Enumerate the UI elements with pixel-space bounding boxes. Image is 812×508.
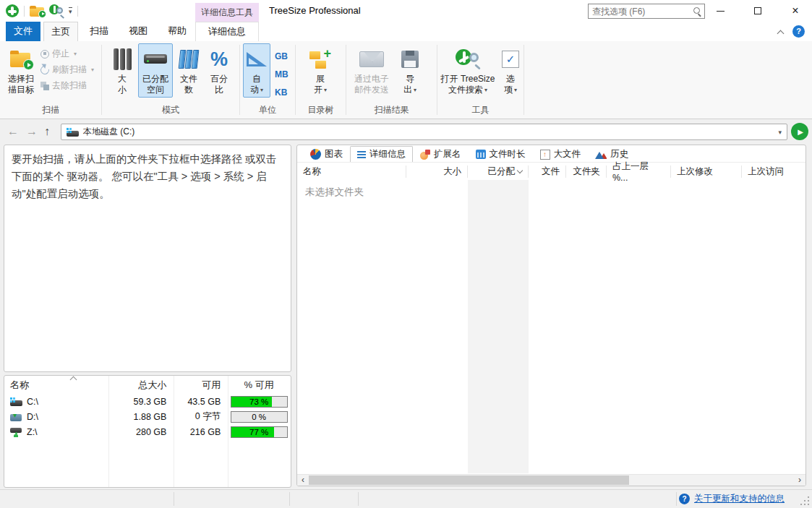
drive-name: C:\ <box>27 397 38 407</box>
customize-toolbar-caret-icon[interactable]: ▾ <box>69 7 72 15</box>
stop-button[interactable]: 停止 ▾ <box>40 47 77 61</box>
col-header-allocated[interactable]: 已分配 <box>468 165 528 178</box>
tab-large-files-label: 大文件 <box>554 148 581 160</box>
size-bars-icon <box>114 48 132 70</box>
scrollbar-thumb[interactable] <box>309 475 629 485</box>
free-space-bar: 77 % <box>231 426 288 438</box>
divider <box>24 6 25 17</box>
app-logo-icon[interactable] <box>6 4 19 17</box>
tab-scan[interactable]: 扫描 <box>81 22 117 41</box>
minimize-button[interactable] <box>709 0 731 22</box>
refresh-scan-button[interactable]: 刷新扫描 ▾ <box>40 63 94 77</box>
floppy-disk-icon <box>401 51 419 68</box>
drive-header-total[interactable]: 总大小 <box>108 379 174 392</box>
col-header-last-accessed[interactable]: 上次访问 <box>742 165 805 178</box>
export-button[interactable]: 导 出▾ <box>397 43 423 98</box>
col-header-folders[interactable]: 文件夹 <box>566 165 606 178</box>
back-button[interactable]: ← <box>7 123 19 140</box>
col-header-name[interactable]: 名称 <box>297 165 406 178</box>
mode-allocated-button[interactable]: 已分配 空间 <box>138 43 173 98</box>
tab-chart[interactable]: 图表 <box>303 146 350 162</box>
remove-scan-icon <box>40 82 49 90</box>
forward-button[interactable]: → <box>26 123 38 140</box>
unit-gb-button[interactable]: GB <box>275 48 289 66</box>
remove-scan-label: 去除扫描 <box>52 79 87 92</box>
tab-extensions[interactable]: 扩展名 <box>413 146 469 162</box>
caret-down-icon: ▾ <box>260 87 263 93</box>
group-label-unit: 单位 <box>240 104 295 116</box>
files-stack-icon <box>179 50 199 69</box>
unit-mb-button[interactable]: MB <box>275 66 289 84</box>
tab-view[interactable]: 视图 <box>120 22 156 41</box>
unit-auto-label: 自 动▾ <box>250 74 263 95</box>
scroll-left-button[interactable]: ‹ <box>297 475 309 486</box>
col-header-percent-of-parent[interactable]: 占上一层 %... <box>607 160 670 183</box>
extension-icon <box>420 150 430 160</box>
scroll-right-button[interactable]: › <box>794 475 805 486</box>
refresh-icon <box>39 64 51 76</box>
search-tool-icon <box>456 49 480 69</box>
select-scan-target-icon[interactable] <box>30 6 44 17</box>
drive-row-c[interactable]: C:\ 59.3 GB 43.5 GB 73 % <box>4 394 291 409</box>
hard-drive-icon <box>144 53 167 66</box>
tab-file[interactable]: 文件 <box>6 22 40 41</box>
drive-row-z[interactable]: Z:\ 280 GB 216 GB 77 % <box>4 424 291 439</box>
up-button[interactable]: ↑ <box>44 123 50 140</box>
col-header-files[interactable]: 文件 <box>529 165 565 178</box>
col-header-last-modified[interactable]: 上次修改 <box>671 165 741 178</box>
welcome-message-panel: 要开始扫描，请从上面的文件夹下拉框中选择路径 或双击下面的某个 驱动器。 您可以… <box>4 145 291 372</box>
drive-header-free[interactable]: 可用 <box>173 379 227 392</box>
maximize-button[interactable] <box>747 0 769 22</box>
col-header-size[interactable]: 大小 <box>406 165 467 178</box>
horizontal-scrollbar[interactable]: ‹ › <box>297 474 805 486</box>
search-icon <box>693 7 701 15</box>
tab-details[interactable]: 详细信息 <box>195 22 259 41</box>
export-label: 导 出▾ <box>403 74 416 95</box>
open-treesize-file-search-button[interactable]: 打开 TreeSize 文件搜索▾ <box>437 43 498 98</box>
path-combobox[interactable]: 本地磁盘 (C:) ▾ <box>61 124 787 140</box>
drive-list-header: 名称 总大小 可用 % 可用 <box>4 376 291 394</box>
drive-total: 1.88 GB <box>108 412 174 422</box>
drive-header-name[interactable]: 名称 <box>4 379 108 392</box>
unit-auto-button[interactable]: 自 动▾ <box>243 43 270 98</box>
address-bar: ← → ↑ 本地磁盘 (C:) ▾ ▶ <box>0 119 812 145</box>
mode-percent-label: 百分 比 <box>210 74 228 95</box>
chevron-up-icon <box>777 30 785 38</box>
remove-scan-button[interactable]: 去除扫描 <box>40 79 87 92</box>
options-label: 选 项▾ <box>504 74 517 95</box>
expand-button[interactable]: + 展 开▾ <box>305 43 336 98</box>
start-scan-button[interactable]: ▶ <box>791 123 808 140</box>
help-button[interactable]: ? <box>792 25 805 38</box>
window-controls: × <box>709 0 806 22</box>
drive-row-d[interactable]: ▾D:\ 1.88 GB 0 字节 0 % <box>4 409 291 424</box>
drive-header-pct[interactable]: % 可用 <box>227 379 291 392</box>
resize-grip[interactable] <box>808 496 809 498</box>
tab-file-age-label: 文件时长 <box>490 148 526 160</box>
mode-size-button[interactable]: 大 小 <box>108 43 137 98</box>
close-button[interactable]: × <box>785 0 806 22</box>
detail-panel: 图表 详细信息 扩展名 文件时长 ↑ 大文件 历史 名称 大小 已分配 文件 <box>296 145 806 486</box>
group-label-tools: 工具 <box>437 104 523 116</box>
status-divider <box>358 492 359 506</box>
tab-detail-list[interactable]: 详细信息 <box>350 146 413 162</box>
file-search-icon[interactable] <box>49 4 64 17</box>
status-divider <box>676 492 677 506</box>
tab-file-age[interactable]: 文件时长 <box>469 146 533 162</box>
stop-label: 停止 <box>52 48 69 60</box>
unit-kb-button[interactable]: KB <box>275 84 289 102</box>
mode-percent-button[interactable]: % 百分 比 <box>205 43 234 98</box>
select-scan-target-button[interactable]: 选择扫 描目标 <box>4 43 38 98</box>
tab-home[interactable]: 主页 <box>43 22 78 42</box>
tab-large-files[interactable]: ↑ 大文件 <box>533 146 589 162</box>
free-space-bar: 0 % <box>231 411 288 423</box>
mode-file-count-button[interactable]: 文件 数 <box>174 43 203 98</box>
find-options-input[interactable] <box>589 7 693 17</box>
options-button[interactable]: ✓ 选 项▾ <box>498 43 523 98</box>
update-info-link[interactable]: 关于更新和支持的信息 <box>694 493 785 505</box>
up-arrow-box-icon: ↑ <box>540 150 550 160</box>
collapse-ribbon-button[interactable] <box>776 28 786 37</box>
send-by-email-button[interactable]: 通过电子 邮件发送 <box>349 43 394 98</box>
tab-help[interactable]: 帮助 <box>159 22 195 41</box>
chevron-down-icon[interactable]: ▾ <box>778 129 782 136</box>
network-drive-icon <box>10 428 22 436</box>
